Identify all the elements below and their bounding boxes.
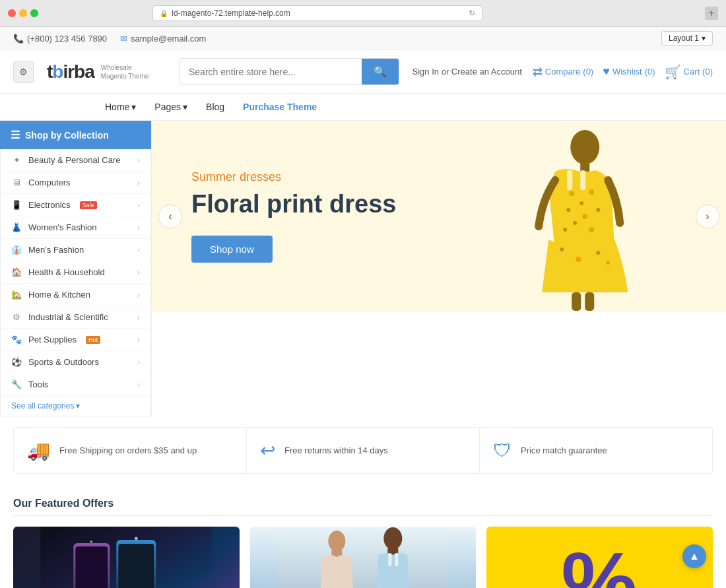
- see-all-categories[interactable]: See all categories ▾: [1, 396, 150, 416]
- logo-area: tbirba Wholesale Magento Theme: [47, 61, 166, 82]
- chevron-right-icon: ›: [137, 313, 140, 322]
- chevron-right-icon: ›: [137, 290, 140, 300]
- slider-prev-button[interactable]: ‹: [158, 205, 182, 228]
- nav-home-label: Home: [105, 102, 129, 112]
- feature-shipping: 🚚 Free Shipping on orders $35 and up: [14, 428, 247, 473]
- top-bar-right: Layout 1 ▾: [661, 31, 713, 46]
- womens-fashion-icon: 👗: [11, 222, 22, 232]
- svg-rect-12: [567, 170, 572, 190]
- cart-icon: 🛒: [665, 64, 681, 80]
- pet-icon: 🐾: [11, 335, 22, 344]
- chevron-right-icon: ›: [137, 245, 140, 255]
- url-bar[interactable]: 🔒 ld-magento-72.template-help.com ↻: [152, 5, 482, 21]
- sidebar-item-sports[interactable]: ⚽ Sports & Outdoors ›: [1, 351, 150, 374]
- sign-in-link[interactable]: Sign In: [412, 67, 439, 77]
- scroll-to-top-button[interactable]: ▲: [682, 544, 706, 568]
- svg-rect-2: [580, 162, 589, 172]
- create-account-link[interactable]: Create an Account: [451, 67, 522, 77]
- feature-returns: ↩ Free returns within 14 days: [247, 428, 480, 473]
- maximize-dot[interactable]: [30, 9, 38, 17]
- sidebar-item-beauty[interactable]: ✦ Beauty & Personal Care ›: [1, 149, 150, 172]
- sidebar-item-health[interactable]: 🏠 Health & Household ›: [1, 261, 150, 284]
- nav-purchase-label: Purchase Theme: [243, 102, 317, 112]
- auth-links: Sign In or Create an Account: [412, 67, 522, 77]
- see-all-label: See all categories: [11, 401, 74, 410]
- compare-label: Compare: [545, 67, 580, 77]
- svg-point-32: [383, 527, 402, 550]
- search-input[interactable]: [180, 59, 362, 84]
- svg-rect-22: [75, 546, 108, 588]
- feature-price-match-text: Price match guarantee: [521, 445, 607, 455]
- minimize-dot[interactable]: [19, 9, 27, 17]
- browser-traffic-lights: [8, 9, 38, 17]
- electronics-label: Electronics: [28, 200, 71, 210]
- sidebar-item-womens-fashion[interactable]: 👗 Women's Fashion ›: [1, 216, 150, 239]
- close-dot[interactable]: [8, 9, 16, 17]
- wishlist-button[interactable]: ♥ Wishlist (0): [603, 65, 655, 79]
- wishlist-count: (0): [645, 67, 655, 77]
- nav-item-purchase[interactable]: Purchase Theme: [234, 94, 326, 120]
- beauty-label: Beauty & Personal Care: [28, 155, 120, 165]
- site-header: ⚙ tbirba Wholesale Magento Theme 🔍 Sign …: [0, 50, 726, 93]
- new-tab-button[interactable]: +: [705, 7, 718, 20]
- galaxy-image: Galaxy S10+: [13, 527, 240, 588]
- sidebar-item-home-kitchen[interactable]: 🏡 Home & Kitchen ›: [1, 284, 150, 306]
- lock-icon: 🔒: [160, 10, 168, 17]
- compare-button[interactable]: ⇄ Compare (0): [533, 65, 593, 79]
- nav-item-blog[interactable]: Blog: [197, 94, 234, 120]
- galaxy-svg: Galaxy S10+: [13, 527, 240, 588]
- compare-icon: ⇄: [533, 65, 543, 79]
- or-label: or: [442, 67, 449, 77]
- url-text: ld-magento-72.template-help.com: [172, 9, 290, 18]
- nav-item-pages[interactable]: Pages ▾: [145, 94, 197, 120]
- nav-item-home[interactable]: Home ▾: [96, 94, 145, 120]
- model-svg: [411, 121, 727, 312]
- svg-point-4: [579, 201, 583, 205]
- svg-rect-13: [580, 170, 585, 190]
- slider-next-button[interactable]: ›: [696, 205, 719, 228]
- womens-fashion-label: Women's Fashion: [28, 222, 96, 232]
- settings-gear-button[interactable]: ⚙: [13, 61, 34, 83]
- returns-icon: ↩: [260, 440, 275, 461]
- hot-badge: Hot: [86, 336, 100, 344]
- logo-subtitle: Wholesale Magento Theme: [101, 63, 149, 81]
- svg-text:%: %: [562, 535, 638, 588]
- offer-card-womens[interactable]: Save 10% — Women's Dresses: [250, 527, 477, 588]
- sidebar: ☰ Shop by Collection ✦ Beauty & Personal…: [0, 121, 152, 416]
- layout-selector[interactable]: Layout 1 ▾: [661, 31, 713, 46]
- svg-point-19: [606, 261, 610, 265]
- sidebar-item-mens-fashion[interactable]: 👔 Men's Fashion ›: [1, 239, 150, 261]
- tools-icon: 🔧: [11, 379, 22, 389]
- cart-button[interactable]: 🛒 Cart (0): [665, 64, 713, 80]
- pet-label: Pet Supplies: [28, 335, 77, 344]
- computers-icon: 🖥: [11, 178, 22, 187]
- svg-point-5: [589, 189, 594, 195]
- chevron-right-icon: ›: [137, 156, 140, 165]
- hero-shop-now-button[interactable]: Shop now: [191, 236, 273, 263]
- shop-by-collection-button[interactable]: ☰ Shop by Collection: [0, 121, 151, 149]
- sidebar-item-electronics[interactable]: 📱 Electronics Sale ›: [1, 194, 150, 216]
- offer-card-galaxy[interactable]: Galaxy S10+ Save $300 on Samsung Galaxy …: [13, 527, 240, 588]
- svg-rect-15: [585, 292, 594, 311]
- sidebar-item-pet-supplies[interactable]: 🐾 Pet Supplies Hot ›: [1, 329, 150, 351]
- search-button[interactable]: 🔍: [362, 59, 399, 84]
- shop-by-collection-label: Shop by Collection: [25, 130, 109, 141]
- svg-point-11: [563, 228, 567, 232]
- cart-count: (0): [702, 67, 713, 77]
- nav-home-arrow: ▾: [131, 102, 136, 112]
- email-address: sample@email.com: [131, 34, 206, 44]
- feature-price-match: 🛡 Price match guarantee: [480, 428, 712, 473]
- hero-title: Floral print dress: [191, 189, 396, 220]
- svg-point-30: [328, 531, 345, 552]
- top-bar: 📞 (+800) 123 456 7890 ✉ sample@email.com…: [0, 27, 726, 50]
- chevron-right-icon: ›: [137, 178, 140, 187]
- sidebar-item-industrial[interactable]: ⚙ Industrial & Scientific ›: [1, 306, 150, 329]
- sidebar-item-tools[interactable]: 🔧 Tools ›: [1, 374, 150, 396]
- email-info: ✉ sample@email.com: [120, 34, 206, 44]
- shield-icon: 🛡: [493, 440, 512, 461]
- offer-card-tech[interactable]: % Shop Tech Deals: [486, 527, 713, 588]
- svg-rect-14: [572, 292, 581, 311]
- sidebar-item-computers[interactable]: 🖥 Computers ›: [1, 172, 150, 194]
- logo-text: tbirba: [47, 61, 94, 82]
- layout-label: Layout 1: [669, 34, 699, 43]
